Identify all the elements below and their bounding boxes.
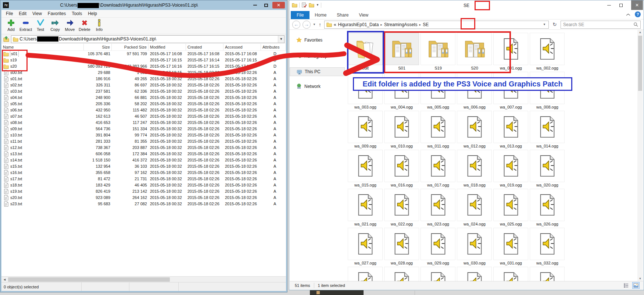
tile-wa_012.ogg[interactable]: wa_012.ogg [457, 111, 492, 150]
add-button[interactable]: Add [4, 18, 18, 34]
back-button[interactable]: ← [292, 21, 300, 29]
info-button[interactable]: Info [92, 18, 107, 34]
zip-row-s02.txt[interactable]: s02.txt326 31186 6972015-05-18 00:322015… [1, 82, 286, 88]
breadcrumb-segment-current[interactable]: SE [423, 22, 429, 27]
tile-wa_032.ogg[interactable]: wa_032.ogg [530, 228, 565, 267]
tile-wa_002.ogg[interactable]: wa_002.ogg [530, 33, 565, 72]
sevenzip-titlebar[interactable]: 7z C:\Users\Downloads\Higurashi\Higurash… [0, 0, 287, 10]
tile-wa_015.ogg[interactable]: wa_015.ogg [348, 150, 383, 189]
column-header-accessed[interactable]: Accessed [223, 44, 261, 50]
zip-row-s15.txt[interactable]: s15.txt132 95436 1032015-05-18 00:322015… [1, 163, 286, 170]
delete-button[interactable]: Delete [77, 18, 92, 34]
sevenzip-address-combobox[interactable]: C:\UsersDownloads\Higurashi\HigurashiPS3… [11, 35, 285, 43]
search-icon[interactable] [633, 22, 638, 27]
sidebar-item-favorites[interactable]: Favorites [296, 37, 322, 43]
zip-row-s13.txt[interactable]: s13.txt606 058172 3842015-05-18 00:32201… [1, 151, 286, 157]
zip-row-s12.txt[interactable]: s12.txt738 367203 8872015-05-18 00:32201… [1, 145, 286, 151]
tile-wa_013.ogg[interactable]: wa_013.ogg [493, 111, 529, 150]
tile-S20[interactable]: S20 [457, 33, 492, 72]
move-button[interactable]: Move [62, 18, 77, 34]
maximize-button[interactable] [616, 0, 626, 10]
maximize-button[interactable] [261, 2, 271, 8]
zip-row-s07.txt[interactable]: s07.txt162 61346 5072015-05-18 00:322015… [1, 113, 286, 120]
test-button[interactable]: Test [33, 18, 48, 34]
tile-S19[interactable]: S19 [421, 33, 456, 72]
menu-favorites[interactable]: Favorites [45, 11, 69, 16]
zip-row-s00.txt[interactable]: s00.txt29 6881 5612015-05-17 18:152015-0… [1, 70, 286, 76]
up-button[interactable]: ↑ [319, 22, 321, 28]
zip-row-s17.txt[interactable]: s17.txt81 47221 7312015-05-18 00:322015-… [1, 176, 286, 182]
column-header-name[interactable]: Name [1, 44, 84, 50]
details-view-button[interactable] [623, 282, 630, 289]
tile-wa_027.ogg[interactable]: wa_027.ogg [348, 228, 383, 267]
tab-view[interactable]: View [354, 11, 373, 19]
tab-share[interactable]: Share [332, 11, 354, 19]
column-header-created[interactable]: Created [186, 44, 223, 50]
horizontal-scrollbar[interactable]: ◄ [1, 276, 286, 282]
tile-wa_028.ogg[interactable]: wa_028.ogg [384, 228, 419, 267]
tile-wa_021.ogg[interactable]: wa_021.ogg [348, 189, 383, 228]
zip-row-s05.txt[interactable]: s05.txt205 33658 2022015-05-18 00:322015… [1, 101, 286, 107]
zip-row-s10.txt[interactable]: s10.txt391 80499 7742015-05-18 00:322015… [1, 132, 286, 138]
help-icon[interactable]: ? [635, 11, 641, 17]
column-header-size[interactable]: Size [84, 44, 112, 50]
tile-wa_005.ogg[interactable]: wa_005.ogg [421, 72, 456, 111]
breadcrumb-segment[interactable]: StreamingAssets [384, 22, 418, 27]
menu-tools[interactable]: Tools [69, 11, 85, 16]
zip-row-s16.txt[interactable]: s16.txt355 65897 1622015-05-18 00:322015… [1, 170, 286, 176]
chevron-right-icon[interactable]: ▸ [419, 23, 421, 26]
zip-row-s06.txt[interactable]: s06.txt432 950115 4822015-05-18 00:32201… [1, 107, 286, 113]
tile-wa_017.ogg[interactable]: wa_017.ogg [421, 150, 456, 189]
menu-file[interactable]: File [3, 11, 16, 16]
sidebar-item-this-pc[interactable]: This PC [290, 67, 345, 76]
extract-button[interactable]: Extract [18, 18, 33, 34]
zip-row-s19.txt[interactable]: s19.txt826 419213 1422015-05-18 00:32201… [1, 188, 286, 195]
tile-clipped[interactable] [493, 267, 529, 281]
address-bar[interactable]: « HigurashiEp01_Data ▸ StreamingAssets ▸… [324, 21, 549, 29]
breadcrumb-segment[interactable]: HigurashiEp01_Data [338, 22, 379, 27]
scroll-left-icon[interactable]: ◄ [2, 277, 7, 282]
scrollbar-thumb[interactable] [8, 277, 170, 282]
menu-view[interactable]: View [29, 11, 45, 16]
tile-S01[interactable]: S01 [384, 33, 419, 72]
zip-row-s08.txt[interactable]: s08.txt416 653117 2472015-05-18 00:32201… [1, 120, 286, 126]
tile-wa_031.ogg[interactable]: wa_031.ogg [493, 228, 529, 267]
zip-row-s01.txt[interactable]: s01.txt186 91649 2652015-05-18 00:322015… [1, 76, 286, 82]
tile-clipped[interactable] [530, 267, 565, 281]
thumbnail-view-button[interactable] [632, 282, 640, 289]
zip-row-s11.txt[interactable]: s11.txt281 33381 3552015-05-18 00:322015… [1, 138, 286, 145]
tile-wa_019.ogg[interactable]: wa_019.ogg [493, 150, 529, 189]
breadcrumb-overflow[interactable]: « [334, 22, 336, 27]
tile-wa_030.ogg[interactable]: wa_030.ogg [457, 228, 492, 267]
tile-wa_006.ogg[interactable]: wa_006.ogg [457, 72, 492, 111]
tile-wa_008.ogg[interactable]: wa_008.ogg [530, 72, 565, 111]
zip-row-s19[interactable]: s192015-05-17 16:152015-05-17 16:142015-… [1, 57, 286, 63]
tile-wa_007.ogg[interactable]: wa_007.ogg [493, 72, 529, 111]
tab-home[interactable]: Home [310, 11, 332, 19]
tile-wa_022.ogg[interactable]: wa_022.ogg [384, 189, 419, 228]
tile-clipped[interactable] [384, 267, 419, 281]
scroll-down-icon[interactable]: ▼ [637, 277, 643, 280]
tab-file[interactable]: File [291, 11, 310, 19]
tile-wa_009.ogg[interactable]: wa_009.ogg [348, 111, 383, 150]
minimize-button[interactable] [604, 0, 614, 10]
search-box[interactable] [561, 21, 641, 29]
zip-row-s20[interactable]: s20580 093 725543 383 9662015-05-17 16:1… [1, 63, 286, 70]
chevron-down-icon[interactable]: ▼ [543, 23, 547, 26]
tile-wa_014.ogg[interactable]: wa_014.ogg [530, 111, 565, 150]
close-button[interactable]: ✕ [631, 0, 643, 10]
forward-button[interactable]: → [303, 21, 311, 29]
tile-wa_029.ogg[interactable]: wa_029.ogg [421, 228, 456, 267]
column-header-modified[interactable]: Modified [149, 44, 186, 50]
zip-row-s20.txt[interactable]: s20.txt923 089264 1622015-05-18 00:32201… [1, 195, 286, 201]
vertical-scrollbar[interactable]: ▲ ▼ [637, 30, 643, 281]
tile-wa_016.ogg[interactable]: wa_016.ogg [384, 150, 419, 189]
tile-wa_025.ogg[interactable]: wa_025.ogg [493, 189, 529, 228]
sidebar-item-network[interactable]: Network [296, 83, 321, 89]
folder-up-icon[interactable] [3, 36, 10, 42]
scroll-up-icon[interactable]: ▲ [637, 31, 643, 34]
zip-row-s23.txt[interactable]: s23.txt95 68327 0822015-05-18 00:322015-… [1, 201, 286, 207]
minimize-button[interactable] [250, 2, 260, 8]
explorer-titlebar[interactable]: ▼ SE ✕ [289, 0, 644, 11]
search-input[interactable] [563, 22, 633, 27]
